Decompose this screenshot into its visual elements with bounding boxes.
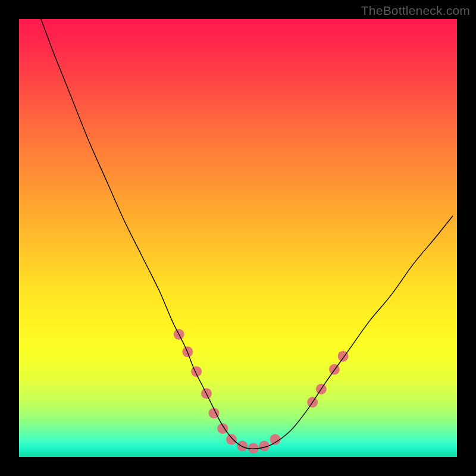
chart-frame: TheBottleneck.com [0,0,476,476]
marker-point [191,366,202,377]
marker-point [270,434,281,445]
markers-group [174,329,349,453]
marker-point [237,441,248,452]
marker-point [217,423,228,434]
marker-point [226,434,237,445]
watermark-text: TheBottleneck.com [361,4,470,18]
chart-overlay [19,19,457,457]
curve-line [41,19,453,449]
plot-area [19,19,457,457]
